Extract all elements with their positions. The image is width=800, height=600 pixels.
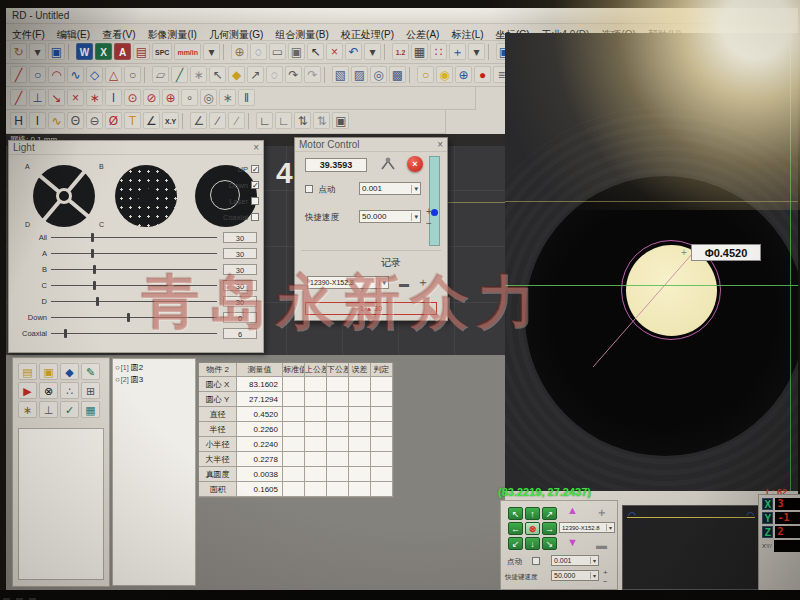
updown-dim2-tool[interactable]: ⇅ (313, 112, 330, 129)
slider-thumb[interactable] (64, 329, 67, 338)
new-part-button[interactable]: ▤ (18, 363, 37, 380)
trace-tool[interactable]: ↷ (285, 66, 302, 83)
slider-value[interactable]: 6 (223, 328, 257, 339)
height-tool[interactable]: I (105, 89, 122, 106)
slider-thumb[interactable] (91, 233, 94, 242)
run-button[interactable]: ▶ (18, 382, 37, 399)
program-list-empty[interactable] (18, 428, 104, 580)
jog-speed-minus-button[interactable]: − (603, 578, 608, 586)
slider-track[interactable] (51, 301, 217, 302)
angle2-tool[interactable]: ∠ (190, 112, 207, 129)
open-button[interactable]: ↻ (10, 43, 27, 60)
tangent-tool[interactable]: ↘ (48, 89, 65, 106)
region-circle-tool[interactable]: ◎ (370, 66, 387, 83)
theta2-tool[interactable]: ⊖ (86, 112, 103, 129)
stage-map-window[interactable]: ◠ ◠ (622, 505, 760, 590)
text-tool[interactable]: T (124, 112, 141, 129)
circle-slash-tool[interactable]: ⊘ (143, 89, 160, 106)
datum2-tool[interactable]: ∟ (275, 112, 292, 129)
point-tool[interactable]: ╱ (10, 89, 27, 106)
motor-stop-button[interactable]: × (407, 156, 423, 172)
zoom-region-button[interactable]: ▣ (288, 43, 305, 60)
close-icon[interactable]: × (437, 139, 443, 150)
table-row[interactable]: 直径0.4520 (199, 407, 393, 422)
jog-arrow-button[interactable]: ↗ (542, 507, 557, 520)
menu-item-3[interactable]: 查看(V) (96, 26, 141, 42)
adjust-tool[interactable]: ∗ (219, 89, 236, 106)
slider-track[interactable] (51, 317, 217, 318)
region-move-tool[interactable]: ▨ (351, 66, 368, 83)
dim-h-tool[interactable]: H (10, 112, 27, 129)
table-row[interactable]: 真圆度0.0038 (199, 467, 393, 482)
table-row[interactable]: 面积0.1605 (199, 482, 393, 497)
readout-button[interactable]: 1.2 (392, 43, 409, 60)
slash-dim2-tool[interactable]: ∕ (228, 112, 245, 129)
pen-tool[interactable]: ╱ (171, 66, 188, 83)
lens-preset-dropdown[interactable]: 12390-X152.8▾ (307, 276, 389, 289)
windows-button[interactable]: ⊞ (81, 382, 100, 399)
camera-viewport[interactable]: + Φ0.4520 (505, 33, 798, 491)
perpendicular-tool[interactable]: ⊥ (29, 89, 46, 106)
pointer-tool-button[interactable]: ↖ (307, 43, 324, 60)
tools-button[interactable]: ∗ (18, 401, 37, 418)
edit-button[interactable]: ✎ (81, 363, 100, 380)
box-diag-tool[interactable]: ▱ (152, 66, 169, 83)
diameter-tool[interactable]: Ø (105, 112, 122, 129)
dropdown-arrow[interactable]: ▾ (29, 43, 46, 60)
jog-checkbox[interactable] (305, 185, 313, 193)
record-minus-button[interactable]: ▬ (399, 280, 409, 288)
report-button[interactable]: ▤ (133, 43, 150, 60)
table-row[interactable]: 大半径0.2278 (199, 452, 393, 467)
close-icon[interactable]: × (253, 142, 259, 153)
datum-tool[interactable]: ∟ (256, 112, 273, 129)
table-row[interactable]: 小半径0.2240 (199, 437, 393, 452)
move-stage-button[interactable]: ⊕ (455, 66, 472, 83)
slider-value[interactable]: 30 (223, 248, 257, 259)
theta-tool[interactable]: Θ (67, 112, 84, 129)
menu-item-6[interactable]: 组合测量(B) (269, 26, 334, 42)
probe-point-button[interactable]: ○ (417, 66, 434, 83)
open-part-button[interactable]: ▣ (39, 363, 58, 380)
menu-item-1[interactable]: 文件(F) (6, 26, 51, 42)
jog-arrow-button[interactable]: ↘ (542, 537, 557, 550)
table-row[interactable]: 半径0.2260 (199, 422, 393, 437)
jog-speed-dropdown[interactable]: 50.000▾ (551, 570, 599, 581)
jog-speed-plus-button[interactable]: + (603, 569, 608, 577)
menu-item-5[interactable]: 几何测量(G) (203, 26, 269, 42)
jog-step-dropdown[interactable]: 0.001▾ (551, 555, 599, 566)
lightning-tool[interactable]: ∿ (48, 112, 65, 129)
arc-tool[interactable]: ◠ (48, 66, 65, 83)
pointer2-tool[interactable]: ↖ (209, 66, 226, 83)
feature-item-2[interactable]: ○[2]圆3 (113, 373, 195, 385)
z-up-button[interactable]: ▲ (567, 504, 578, 516)
z-axis-slider[interactable] (429, 156, 440, 246)
slider-value[interactable]: 30 (223, 280, 257, 291)
jog-arrow-button[interactable]: ↖ (508, 507, 523, 520)
dim-i-tool[interactable]: I (29, 112, 46, 129)
joystick-icon[interactable] (379, 156, 397, 172)
save-button[interactable]: ▣ (48, 43, 65, 60)
zoom-tool-button[interactable]: ◌ (250, 43, 267, 60)
export-word-button[interactable]: W (76, 43, 93, 60)
jog-arrow-button[interactable]: → (542, 522, 557, 535)
spc-button[interactable]: SPC (152, 43, 172, 60)
z-down-button[interactable]: ▼ (567, 536, 578, 548)
region-hatch-tool[interactable]: ▧ (332, 66, 349, 83)
ellipse-tool[interactable]: ○ (124, 66, 141, 83)
z-slider-thumb[interactable] (431, 209, 438, 216)
slider-track[interactable] (51, 253, 217, 254)
frame-dim-tool[interactable]: ▣ (332, 112, 349, 129)
xy-tool[interactable]: X.Y (162, 112, 179, 129)
menu-item-4[interactable]: 影像测量(I) (141, 26, 202, 42)
check-button[interactable]: ✓ (60, 401, 79, 418)
diamond-tool[interactable]: ◆ (228, 66, 245, 83)
slider-thumb[interactable] (91, 249, 94, 258)
jog-step-dropdown[interactable]: 0.001▾ (359, 182, 421, 195)
jog-arrow-button[interactable]: ← (508, 522, 523, 535)
export-excel-button[interactable]: X (95, 43, 112, 60)
multi-intersect-tool[interactable]: ∗ (86, 89, 103, 106)
slider-thumb[interactable] (96, 297, 99, 306)
slider-thumb[interactable] (127, 313, 130, 322)
grid-button[interactable]: ▦ (411, 43, 428, 60)
light-checkbox-laser[interactable]: Laser (205, 193, 259, 209)
